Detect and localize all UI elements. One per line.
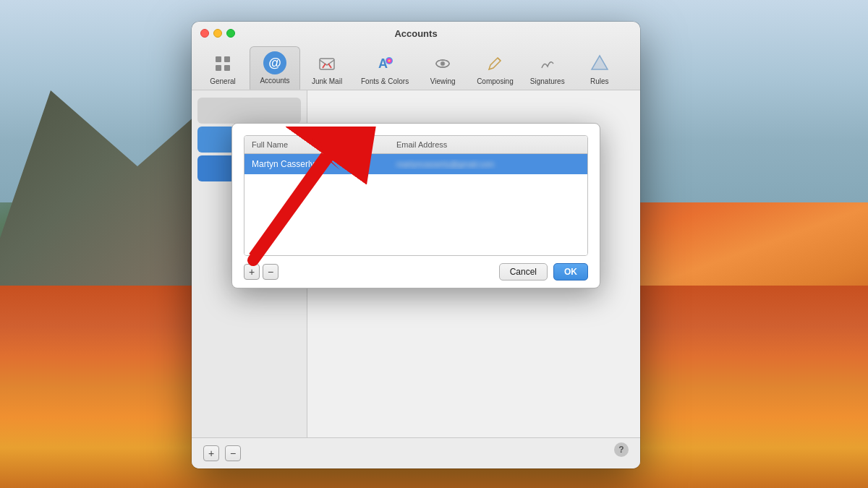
modal-bottom: + − Cancel OK [232, 256, 600, 288]
email-cell: martyncasserly@gmail.com [389, 159, 587, 169]
modal-content: Full Name Email Address Martyn Casserly … [232, 124, 600, 256]
modal-right-buttons: Cancel OK [499, 263, 588, 281]
preferences-window: Accounts General @ Account [192, 22, 640, 468]
accounts-table: Full Name Email Address Martyn Casserly … [244, 135, 588, 256]
full-name-header: Full Name [244, 139, 389, 150]
name-cell: Martyn Casserly [244, 159, 389, 169]
email-value: martyncasserly@gmail.com [396, 160, 494, 168]
table-body: Martyn Casserly martyncasserly@gmail.com [244, 154, 587, 255]
table-header: Full Name Email Address [244, 136, 587, 154]
modal-left-buttons: + − [244, 264, 278, 280]
add-name-button[interactable]: + [244, 264, 260, 280]
edit-names-modal: Full Name Email Address Martyn Casserly … [231, 123, 600, 288]
cancel-button[interactable]: Cancel [499, 263, 548, 281]
email-address-header: Email Address [389, 139, 587, 150]
remove-name-button[interactable]: − [263, 264, 278, 280]
ok-button[interactable]: OK [553, 263, 588, 281]
modal-overlay: Full Name Email Address Martyn Casserly … [192, 22, 640, 468]
table-row[interactable]: Martyn Casserly martyncasserly@gmail.com [244, 154, 587, 174]
